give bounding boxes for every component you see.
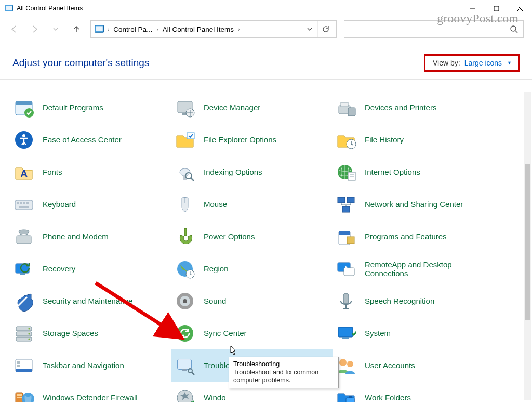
cp-item-security-maint[interactable]: Security and Maintenance xyxy=(10,285,171,317)
chevron-right-icon[interactable]: › xyxy=(107,27,110,32)
page-title: Adjust your computer's settings xyxy=(12,57,149,69)
cp-item-phone-modem[interactable]: Phone and Modem xyxy=(10,221,171,253)
chevron-down-icon: ▼ xyxy=(507,60,512,66)
cp-item-label: Programs and Features xyxy=(365,232,447,241)
network-sharing-icon xyxy=(335,193,357,216)
internet-options-icon xyxy=(335,161,357,184)
up-button[interactable] xyxy=(70,22,83,36)
cp-item-label: Sync Center xyxy=(204,329,247,338)
cp-item-devices-printers[interactable]: Devices and Printers xyxy=(332,92,504,124)
view-by-value: Large icons xyxy=(464,59,502,67)
cp-item-label: User Accounts xyxy=(365,361,415,370)
refresh-button[interactable] xyxy=(317,21,333,37)
cp-item-work-folders[interactable]: Work Folders xyxy=(332,382,504,402)
svg-rect-1 xyxy=(6,6,12,10)
device-manager-icon xyxy=(174,96,196,119)
troubleshooting-icon xyxy=(174,354,196,377)
remoteapp-icon xyxy=(335,257,357,280)
indexing-icon xyxy=(174,161,196,184)
cp-item-label: Ease of Access Center xyxy=(43,135,122,144)
back-button[interactable] xyxy=(7,22,21,36)
scrollbar-thumb[interactable] xyxy=(525,164,530,320)
cp-item-internet-options[interactable]: Internet Options xyxy=(332,156,504,188)
cp-item-storage[interactable]: Storage Spaces xyxy=(10,317,171,349)
storage-icon xyxy=(12,322,35,345)
cp-item-label: Device Manager xyxy=(204,103,260,112)
fonts-icon xyxy=(12,161,35,184)
cp-item-device-manager[interactable]: Device Manager xyxy=(171,92,332,124)
taskbar-icon xyxy=(12,354,35,377)
cp-item-fonts[interactable]: Fonts xyxy=(10,156,171,188)
cp-item-file-history[interactable]: File History xyxy=(332,124,504,156)
cp-item-sound[interactable]: Sound xyxy=(171,285,332,317)
forward-button[interactable] xyxy=(28,22,42,36)
programs-features-icon xyxy=(335,225,357,248)
cp-item-label: Security and Maintenance xyxy=(43,296,132,305)
chevron-right-icon[interactable]: › xyxy=(237,27,241,32)
cp-item-label: Work Folders xyxy=(365,393,411,402)
scrollbar[interactable] xyxy=(524,92,531,400)
cp-item-keyboard[interactable]: Keyboard xyxy=(10,188,171,221)
default-programs-icon xyxy=(12,96,35,119)
cp-item-label: Indexing Options xyxy=(204,167,262,176)
cp-item-label: System xyxy=(365,329,391,338)
cp-item-label: Speech Recognition xyxy=(365,296,434,305)
speech-icon xyxy=(335,290,357,313)
defender-icon xyxy=(12,386,35,402)
cp-item-mouse[interactable]: Mouse xyxy=(171,188,332,221)
cp-item-power[interactable]: Power Options xyxy=(171,221,332,253)
control-panel-icon xyxy=(94,24,104,34)
cp-item-label: Windows Defender Firewall xyxy=(43,393,138,402)
cp-item-indexing[interactable]: Indexing Options xyxy=(171,156,332,188)
cp-item-ease-access[interactable]: Ease of Access Center xyxy=(10,124,171,156)
cp-item-remoteapp[interactable]: RemoteApp and Desktop Connections xyxy=(332,253,504,285)
region-icon xyxy=(174,257,196,280)
cp-item-file-explorer-opts[interactable]: File Explorer Options xyxy=(171,124,332,156)
system-icon xyxy=(335,322,357,345)
cp-item-label: Devices and Printers xyxy=(365,103,436,112)
work-folders-icon xyxy=(335,386,357,402)
cp-item-speech[interactable]: Speech Recognition xyxy=(332,285,504,317)
address-dropdown[interactable] xyxy=(304,26,315,32)
cp-item-programs-features[interactable]: Programs and Features xyxy=(332,221,504,253)
cp-item-taskbar[interactable]: Taskbar and Navigation xyxy=(10,349,171,382)
svg-line-9 xyxy=(515,31,517,33)
cp-item-region[interactable]: Region xyxy=(171,253,332,285)
cp-item-label: Sound xyxy=(204,296,226,305)
cp-item-default-programs[interactable]: Default Programs xyxy=(10,92,171,124)
watermark: groovyPost.com xyxy=(437,11,518,25)
cp-item-defender[interactable]: Windows Defender Firewall xyxy=(10,382,171,402)
cp-item-label: Network and Sharing Center xyxy=(365,200,463,209)
cp-item-sync[interactable]: Sync Center xyxy=(171,317,332,349)
cp-item-label: Power Options xyxy=(204,232,255,241)
sound-icon xyxy=(174,290,196,313)
cp-item-label: Recovery xyxy=(43,264,75,273)
cp-item-label: Taskbar and Navigation xyxy=(43,361,124,370)
cp-item-label: File Explorer Options xyxy=(204,135,276,144)
phone-modem-icon xyxy=(12,225,35,248)
items-viewport: Default ProgramsDevice ManagerDevices an… xyxy=(0,92,524,402)
cp-item-label: Storage Spaces xyxy=(43,329,98,338)
keyboard-icon xyxy=(12,193,35,216)
cp-item-label: Mouse xyxy=(204,200,227,209)
svg-rect-3 xyxy=(494,6,499,11)
cp-item-label: Default Programs xyxy=(43,103,103,112)
cp-item-recovery[interactable]: Recovery xyxy=(10,253,171,285)
sync-icon xyxy=(174,322,196,345)
recent-dropdown[interactable] xyxy=(49,22,62,36)
view-by-control[interactable]: View by: Large icons ▼ xyxy=(424,54,520,72)
tooltip-title: Troubleshooting xyxy=(233,360,334,369)
cp-item-label: Region xyxy=(204,264,229,273)
cp-item-label: RemoteApp and Desktop Connections xyxy=(365,260,479,278)
cp-item-system[interactable]: System xyxy=(332,317,504,349)
chevron-right-icon[interactable]: › xyxy=(155,27,159,32)
cp-item-user-accounts[interactable]: User Accounts xyxy=(332,349,504,382)
cp-item-network-sharing[interactable]: Network and Sharing Center xyxy=(332,188,504,221)
address-bar[interactable]: › Control Pa... › All Control Panel Item… xyxy=(90,20,337,38)
breadcrumb-segment[interactable]: All Control Panel Items xyxy=(162,25,235,33)
svg-point-8 xyxy=(511,26,516,31)
security-maint-icon xyxy=(12,290,35,313)
window-title: All Control Panel Items xyxy=(17,5,83,12)
breadcrumb-segment[interactable]: Control Pa... xyxy=(112,25,153,33)
cp-item-label: Fonts xyxy=(43,167,62,176)
